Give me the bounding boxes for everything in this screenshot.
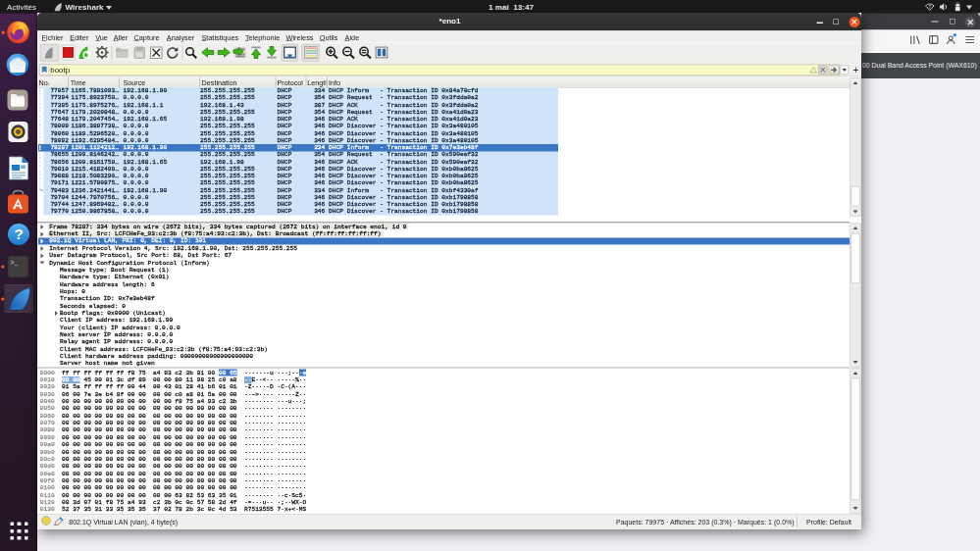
- svg-text:?: ?: [14, 225, 23, 242]
- svg-text:?: ?: [928, 4, 931, 10]
- svg-text:>_: >_: [11, 260, 19, 267]
